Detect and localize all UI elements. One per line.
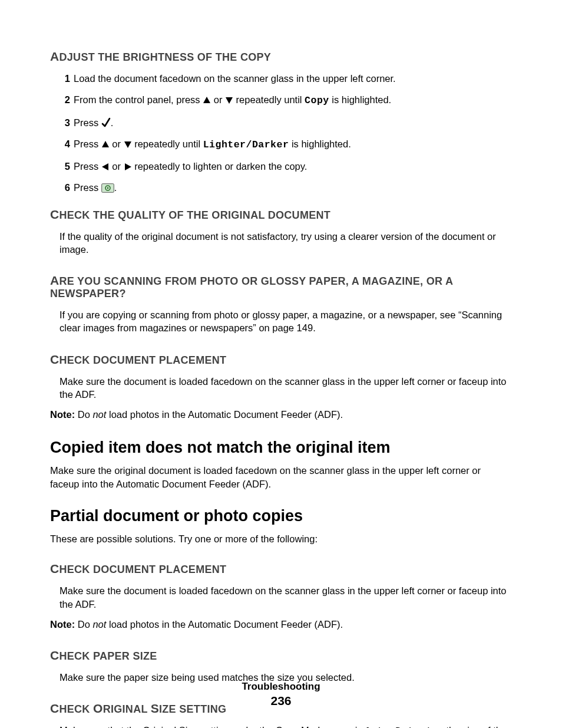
body-text: If the quality of the original document … — [50, 230, 512, 256]
body-text: If you are copying or scanning from phot… — [50, 308, 512, 335]
step-text: Press or repeatedly to lighten or darken… — [74, 161, 307, 172]
section-adjust-brightness: ADJUST THE BRIGHTNESS OF THE COPY 1Load … — [50, 50, 512, 195]
footer-section-name: Troubleshooting — [0, 681, 562, 693]
body-text: Make sure the document is loaded facedow… — [50, 375, 512, 401]
body-text: Make sure that the Original Size setting… — [50, 724, 512, 728]
down-arrow-icon — [225, 96, 233, 104]
step-text: Load the document facedown on the scanne… — [74, 73, 396, 84]
note-text: Note: Do not load photos in the Automati… — [50, 408, 512, 421]
heading-check-paper-size: CHECK PAPER SIZE — [50, 648, 512, 663]
step-6: 6Press . — [59, 181, 512, 194]
step-1: 1Load the document facedown on the scann… — [59, 72, 512, 85]
body-text: Make sure the original document is loade… — [50, 464, 512, 490]
heading-copied-item: Copied item does not match the original … — [50, 439, 512, 457]
section-check-placement-1: CHECK DOCUMENT PLACEMENT Make sure the d… — [50, 353, 512, 421]
step-4: 4Press or repeatedly until Lighter/Darke… — [59, 137, 512, 151]
heading-scanning-from: ARE YOU SCANNING FROM PHOTO OR GLOSSY PA… — [50, 274, 512, 300]
section-copied-item: Copied item does not match the original … — [50, 439, 512, 490]
left-arrow-icon — [101, 163, 110, 171]
section-partial-document: Partial document or photo copies These a… — [50, 507, 512, 545]
start-button-icon — [101, 183, 114, 193]
step-text: Press or repeatedly until Lighter/Darker… — [74, 139, 351, 149]
page-footer: Troubleshooting 236 — [0, 681, 562, 708]
heading-partial-document: Partial document or photo copies — [50, 507, 512, 525]
step-text: Press . — [74, 182, 117, 193]
steps-list: 1Load the document facedown on the scann… — [50, 72, 512, 195]
heading-check-quality: CHECK THE QUALITY OF THE ORIGINAL DOCUME… — [50, 207, 512, 222]
note-text: Note: Do not load photos in the Automati… — [50, 618, 512, 631]
right-arrow-icon — [124, 163, 132, 171]
down-arrow-icon — [124, 140, 132, 149]
heading-check-placement: CHECK DOCUMENT PLACEMENT — [50, 353, 512, 367]
section-check-quality: CHECK THE QUALITY OF THE ORIGINAL DOCUME… — [50, 207, 512, 256]
up-arrow-icon — [203, 96, 211, 104]
step-3: 3Press . — [59, 116, 512, 129]
step-5: 5Press or repeatedly to lighten or darke… — [59, 160, 512, 173]
section-check-placement-2: CHECK DOCUMENT PLACEMENT Make sure the d… — [50, 562, 512, 631]
step-text: Press . — [74, 117, 113, 128]
document-page: ADJUST THE BRIGHTNESS OF THE COPY 1Load … — [0, 0, 562, 728]
section-check-paper-size: CHECK PAPER SIZE Make sure the paper siz… — [50, 648, 512, 684]
body-text: These are possible solutions. Try one or… — [50, 532, 512, 545]
body-text: Make sure the document is loaded facedow… — [50, 584, 512, 611]
heading-adjust-brightness: ADJUST THE BRIGHTNESS OF THE COPY — [50, 50, 512, 64]
step-text: From the control panel, press or repeate… — [74, 94, 391, 105]
step-2: 2From the control panel, press or repeat… — [59, 93, 512, 107]
checkmark-icon — [101, 117, 111, 128]
footer-page-number: 236 — [0, 694, 562, 708]
section-scanning-from: ARE YOU SCANNING FROM PHOTO OR GLOSSY PA… — [50, 274, 512, 335]
heading-check-placement: CHECK DOCUMENT PLACEMENT — [50, 562, 512, 576]
up-arrow-icon — [101, 140, 110, 149]
